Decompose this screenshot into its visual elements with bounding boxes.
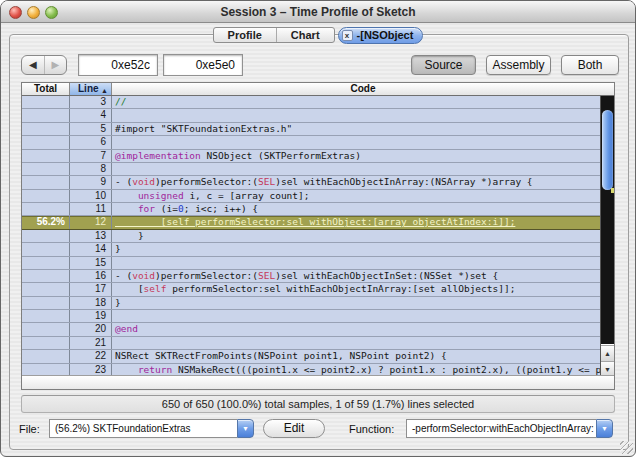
horizontal-scrollbar[interactable] [22, 375, 614, 389]
table-row[interactable]: 8 [22, 163, 600, 176]
table-row[interactable]: 21 [22, 337, 600, 350]
hot-line-marker [611, 188, 614, 193]
code-cell: @implementation NSObject (SKTPerformExtr… [112, 150, 600, 162]
code-cell: #import "SKTFoundationExtras.h" [112, 123, 600, 135]
table-row[interactable]: 22 NSRect SKTRectFromPoints(NSPoint poin… [22, 350, 600, 363]
back-arrow-icon: ◀ [29, 59, 37, 70]
zoom-window-button[interactable] [45, 6, 58, 19]
code-table: Total Line▲ Code 3 // 4 5 #import "SKTFo… [21, 82, 615, 390]
assembly-view-button[interactable]: Assembly [486, 55, 551, 75]
table-row[interactable]: 11 for (i=0; i<c; i++) { [22, 203, 600, 216]
total-cell [22, 283, 70, 295]
total-cell [22, 297, 70, 309]
app-window: Session 3 – Time Profile of Sketch Profi… [0, 0, 636, 457]
header-code[interactable]: Code [112, 83, 614, 95]
file-popup[interactable]: (56.2%) SKTFoundationExtras ▼ [49, 419, 254, 438]
tab-nsobject-label: -[NSObject [357, 29, 414, 41]
line-cell: 7 [70, 150, 112, 162]
total-cell [22, 163, 70, 175]
table-row[interactable]: 20 @end [22, 323, 600, 336]
code-cell: - (void)performSelector:(SEL)sel withEac… [112, 176, 600, 188]
table-row[interactable]: 6 [22, 136, 600, 149]
line-cell: 17 [70, 283, 112, 295]
title-bar[interactable]: Session 3 – Time Profile of Sketch [1, 1, 635, 23]
line-cell: 3 [70, 96, 112, 108]
total-cell [22, 270, 70, 282]
table-row[interactable]: 18 } [22, 297, 600, 310]
table-row[interactable]: 15 [22, 257, 600, 270]
line-cell: 15 [70, 257, 112, 269]
line-cell: 8 [70, 163, 112, 175]
minimize-window-button[interactable] [27, 6, 40, 19]
code-cell: unsigned i, c = [array count]; [112, 190, 600, 202]
tab-profile[interactable]: Profile [214, 28, 276, 42]
table-row[interactable]: 13 } [22, 230, 600, 243]
header-line-label: Line [78, 83, 99, 94]
line-cell: 11 [70, 203, 112, 215]
address-field-1[interactable] [78, 54, 158, 76]
code-cell [112, 163, 600, 175]
edit-button[interactable]: Edit [263, 419, 325, 438]
function-popup-arrow-icon[interactable]: ▼ [596, 419, 613, 438]
table-row[interactable]: 16 - (void)performSelector:(SEL)sel with… [22, 270, 600, 283]
code-cell [112, 109, 600, 121]
tab-profile-label: Profile [228, 28, 262, 42]
close-window-button[interactable] [9, 6, 22, 19]
code-cell: - (void)performSelector:(SEL)sel withEac… [112, 270, 600, 282]
line-cell: 21 [70, 337, 112, 349]
code-cell: @end [112, 323, 600, 335]
total-cell [22, 323, 70, 335]
table-row[interactable]: 9 - (void)performSelector:(SEL)sel withE… [22, 176, 600, 189]
code-cell: // [112, 96, 600, 108]
tab-bar: Profile Chart x -[NSObject [1, 26, 635, 44]
header-line[interactable]: Line▲ [70, 83, 112, 95]
table-header: Total Line▲ Code [22, 83, 614, 96]
scrollbar-thumb[interactable] [602, 110, 613, 190]
total-cell: 56.2% [22, 216, 70, 228]
forward-arrow-icon: ▶ [51, 59, 59, 70]
tab-close-icon[interactable]: x [342, 30, 353, 41]
line-cell: 5 [70, 123, 112, 135]
vertical-scrollbar[interactable]: ▲ ▼ [600, 96, 614, 377]
total-cell [22, 310, 70, 322]
file-popup-arrow-icon[interactable]: ▼ [237, 419, 254, 438]
line-cell: 22 [70, 350, 112, 362]
file-label: File: [19, 423, 40, 435]
table-row[interactable]: 14 } [22, 243, 600, 256]
scrollbar-track[interactable] [601, 96, 614, 344]
both-view-button[interactable]: Both [561, 55, 619, 75]
code-cell: for (i=0; i<c; i++) { [112, 203, 600, 215]
total-cell [22, 203, 70, 215]
tab-chart[interactable]: Chart [276, 28, 334, 42]
function-popup[interactable]: -performSelector:withEachObjectInArray: … [406, 419, 613, 438]
source-view-button[interactable]: Source [411, 55, 476, 75]
tab-nsobject[interactable]: x -[NSObject [338, 27, 424, 44]
code-cell: } [112, 230, 600, 242]
total-cell [22, 257, 70, 269]
file-popup-value: (56.2%) SKTFoundationExtras [49, 419, 237, 438]
line-cell: 9 [70, 176, 112, 188]
table-row[interactable]: 17 [self performSelector:sel withEachObj… [22, 283, 600, 296]
line-cell: 13 [70, 230, 112, 242]
table-row[interactable]: 4 [22, 109, 600, 122]
code-cell [112, 136, 600, 148]
scroll-up-button[interactable]: ▲ [601, 345, 614, 361]
table-row[interactable]: 3 // [22, 96, 600, 109]
total-cell [22, 123, 70, 135]
total-cell [22, 243, 70, 255]
forward-button[interactable]: ▶ [45, 56, 67, 74]
back-button[interactable]: ◀ [22, 56, 45, 74]
code-cell [112, 257, 600, 269]
table-row[interactable]: 56.2% 12 [self performSelector:sel withO… [22, 216, 600, 229]
code-cell [112, 337, 600, 349]
line-cell: 16 [70, 270, 112, 282]
total-cell [22, 96, 70, 108]
table-row[interactable]: 19 [22, 310, 600, 323]
address-field-2[interactable] [163, 54, 243, 76]
table-row[interactable]: 7 @implementation NSObject (SKTPerformEx… [22, 150, 600, 163]
line-cell: 19 [70, 310, 112, 322]
table-row[interactable]: 5 #import "SKTFoundationExtras.h" [22, 123, 600, 136]
resize-grip[interactable] [620, 441, 633, 454]
table-row[interactable]: 10 unsigned i, c = [array count]; [22, 190, 600, 203]
header-total[interactable]: Total [22, 83, 70, 95]
